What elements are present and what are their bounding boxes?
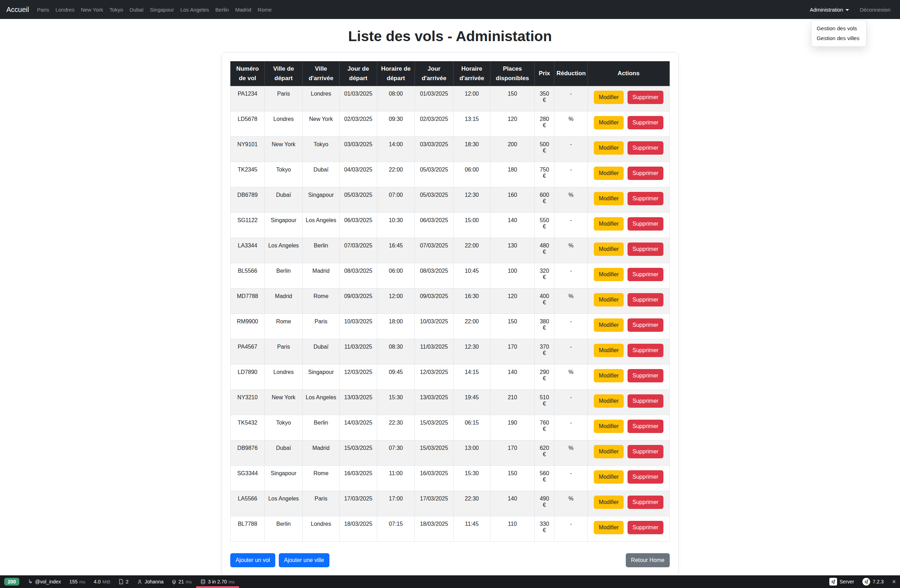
edit-button[interactable]: Modifier [594,91,624,104]
delete-button[interactable]: Supprimer [627,116,663,129]
navbar-link-rome[interactable]: Rome [254,4,275,16]
arrival-time: 22:00 [453,238,490,263]
price: 750 € [535,162,554,187]
delete-button[interactable]: Supprimer [627,318,663,332]
edit-button[interactable]: Modifier [594,344,624,357]
navbar-link-singapour[interactable]: Singapour [147,4,177,16]
reduction: % [554,365,588,390]
delete-button[interactable]: Supprimer [627,470,663,484]
delete-button[interactable]: Supprimer [627,369,663,382]
request-time-item[interactable]: 155 ms [65,576,90,588]
delete-button[interactable]: Supprimer [627,394,663,408]
user-item[interactable]: Johanna [133,576,168,588]
edit-button[interactable]: Modifier [594,167,624,180]
edit-button[interactable]: Modifier [594,420,624,433]
forms-item[interactable]: 2 [115,576,133,588]
delete-button[interactable]: Supprimer [627,242,663,256]
edit-button[interactable]: Modifier [594,470,624,484]
table-row: NY3210New YorkLos Angeles13/03/202515:30… [231,390,670,415]
twig-time-unit: ms [186,579,192,585]
close-item[interactable]: × [888,576,900,588]
add-city-button[interactable]: Ajouter une ville [279,553,329,567]
route-item[interactable]: ↳ @vol_index [23,576,65,588]
departure-date: 17/03/2025 [340,491,377,516]
edit-button[interactable]: Modifier [594,192,624,205]
dropdown-item-gestion-des-villes[interactable]: Gestion des villes [812,33,866,43]
price: 400 € [535,289,554,314]
navbar-link-londres[interactable]: Londres [53,4,78,16]
delete-button[interactable]: Supprimer [627,167,663,180]
database-item[interactable]: 3 in 2.70 ms [196,576,239,588]
delete-button[interactable]: Supprimer [627,217,663,231]
departure-time: 11:00 [377,466,415,491]
navbar-link-berlin[interactable]: Berlin [213,4,232,16]
delete-button[interactable]: Supprimer [627,268,663,281]
edit-button[interactable]: Modifier [594,268,624,281]
departure-time: 06:00 [377,263,415,289]
delete-button[interactable]: Supprimer [627,192,663,205]
price: 280 € [535,112,554,137]
delete-button[interactable]: Supprimer [627,496,663,509]
table-row: NY9101New YorkTokyo03/03/202514:0003/03/… [231,137,670,162]
brand-link[interactable]: Accueil [6,6,29,14]
delete-button[interactable]: Supprimer [627,445,663,458]
server-item[interactable]: sf Server [825,576,858,588]
logout-link[interactable]: Déconnexion [857,4,894,16]
edit-button[interactable]: Modifier [594,293,624,306]
edit-button[interactable]: Modifier [594,496,624,509]
edit-button[interactable]: Modifier [594,369,624,382]
edit-button[interactable]: Modifier [594,217,624,231]
edit-button[interactable]: Modifier [594,318,624,332]
navbar-link-madrid[interactable]: Madrid [232,4,254,16]
table-row: LD7890LondresSingapour12/03/202509:4512/… [231,365,670,390]
reduction: % [554,187,588,213]
navbar-link-paris[interactable]: Paris [34,4,52,16]
price: 370 € [535,339,554,365]
navbar-link-los-angeles[interactable]: Los Angeles [177,4,213,16]
edit-button[interactable]: Modifier [594,445,624,458]
price: 330 € [535,516,554,541]
delete-button[interactable]: Supprimer [627,293,663,306]
delete-button[interactable]: Supprimer [627,521,663,534]
edit-button[interactable]: Modifier [594,141,624,155]
seats-available: 140 [490,213,535,238]
delete-button[interactable]: Supprimer [627,420,663,433]
flight-number: DB6789 [231,187,265,213]
flight-number: RM9900 [231,314,265,339]
edit-button[interactable]: Modifier [594,394,624,408]
edit-button[interactable]: Modifier [594,242,624,256]
column-header-ville-d-arriv-e: Ville d'arrivée [303,62,340,86]
navbar-right: Administration Déconnexion [807,4,894,16]
departure-city: Londres [265,365,303,390]
memory-item[interactable]: 4.0 MiB [90,576,115,588]
edit-button[interactable]: Modifier [594,116,624,129]
add-flight-button[interactable]: Ajouter un vol [230,553,275,567]
arrival-date: 08/03/2025 [415,263,453,289]
delete-button[interactable]: Supprimer [627,91,663,104]
departure-date: 16/03/2025 [340,466,377,491]
delete-button[interactable]: Supprimer [627,344,663,357]
delete-button[interactable]: Supprimer [627,141,663,155]
arrival-date: 10/03/2025 [415,314,453,339]
arrival-time: 12:00 [453,86,490,112]
flight-number: TK5432 [231,415,265,441]
navbar-link-duba[interactable]: Dubaï [126,4,147,16]
arrival-city: Rome [303,289,340,314]
table-row: SG1122SingapourLos Angeles06/03/202510:3… [231,213,670,238]
status-item[interactable]: 200 [0,576,23,588]
departure-city: Singapour [265,213,303,238]
arrival-time: 19:45 [453,390,490,415]
arrival-city: Paris [303,491,340,516]
edit-button[interactable]: Modifier [594,521,624,534]
reduction: - [554,390,588,415]
dropdown-item-gestion-des-vols[interactable]: Gestion des vols [812,23,866,33]
arrival-city: Paris [303,314,340,339]
arrival-time: 10:45 [453,263,490,289]
return-home-button[interactable]: Retour Home [626,553,670,567]
admin-dropdown-toggle[interactable]: Administration [807,4,852,16]
navbar-link-new-york[interactable]: New York [78,4,106,16]
navbar-link-tokyo[interactable]: Tokyo [106,4,126,16]
actions-cell: ModifierSupprimer [588,213,670,238]
version-item[interactable]: sf 7.2.3 [858,576,888,588]
twig-item[interactable]: ψ 21 ms [168,576,196,588]
